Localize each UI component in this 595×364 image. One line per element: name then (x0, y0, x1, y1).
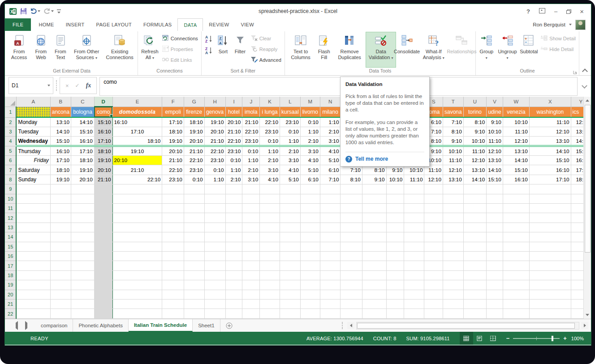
cell-L9[interactable] (280, 184, 300, 194)
row-header-4[interactable]: 4 (5, 137, 16, 146)
cell-I7[interactable]: 1:10 (225, 165, 242, 175)
row-header-16[interactable]: 16 (5, 251, 16, 261)
redo-button[interactable] (43, 8, 54, 14)
cell-G3[interactable]: 19:10 (184, 127, 204, 136)
cell-H8[interactable]: 1:10 (204, 175, 225, 184)
row-header-22[interactable]: 22 (5, 309, 16, 318)
row-header-15[interactable]: 15 (5, 242, 16, 251)
cell-V22[interactable] (487, 309, 503, 318)
cell-D17[interactable] (94, 261, 112, 270)
group-button[interactable]: Group ▾ (477, 32, 496, 67)
cell-V17[interactable] (487, 261, 503, 270)
cell-U5[interactable]: 11:10 (463, 146, 487, 155)
cell-X11[interactable] (529, 204, 571, 213)
flash-fill-button[interactable]: Flash Fill (315, 32, 333, 67)
cell-E20[interactable] (112, 290, 162, 299)
cell-W22[interactable] (503, 309, 529, 318)
cell-S17[interactable] (424, 261, 443, 270)
column-header-I[interactable]: I (225, 97, 242, 107)
name-box[interactable]: D1 (9, 77, 53, 94)
cell-D3[interactable]: 16:10 (94, 127, 112, 136)
cell-A19[interactable] (16, 280, 50, 290)
cell-K3[interactable]: 23:10 (260, 127, 280, 136)
cell-F16[interactable] (162, 251, 184, 261)
cell-F19[interactable] (162, 280, 184, 290)
cell-F20[interactable] (162, 290, 184, 299)
cell-F12[interactable] (162, 213, 184, 223)
cell-R17[interactable] (404, 261, 424, 270)
cell-A8[interactable]: Sunday (16, 175, 50, 184)
cell-D18[interactable] (94, 270, 112, 280)
cell-W2[interactable]: 10:10 (503, 117, 529, 127)
cell-U18[interactable] (463, 270, 487, 280)
cell-P12[interactable] (362, 213, 386, 223)
cell-H10[interactable] (204, 194, 225, 203)
cell-O7[interactable]: 7:10 (341, 165, 362, 175)
row-header-2[interactable]: 2 (5, 117, 16, 127)
cell-A15[interactable] (16, 242, 50, 251)
undo-button[interactable] (30, 8, 40, 14)
cell-B15[interactable] (50, 242, 71, 251)
cell-X18[interactable] (529, 270, 571, 280)
cell-T2[interactable]: 7:10 (443, 117, 464, 127)
existing-connections-button[interactable]: Existing Connections (103, 32, 136, 67)
cell-G2[interactable]: 18:10 (184, 117, 204, 127)
cell-W6[interactable]: 14:10 (503, 156, 529, 165)
minimize-icon[interactable]: – (554, 9, 557, 14)
cell-I14[interactable] (225, 232, 242, 242)
cell-U2[interactable]: 8:10 (463, 117, 487, 127)
cell-R8[interactable]: 11:10 (404, 175, 424, 184)
cell-D20[interactable] (94, 290, 112, 299)
cell-N14[interactable] (320, 232, 341, 242)
cell-B11[interactable] (50, 204, 71, 213)
row-header-7[interactable]: 7 (5, 165, 16, 175)
sort-button[interactable]: ZASort (215, 32, 232, 67)
cell-L8[interactable]: 5:10 (280, 175, 300, 184)
cell-W14[interactable] (503, 232, 529, 242)
column-header-M[interactable]: M (300, 97, 320, 107)
zoom-slider[interactable] (513, 336, 560, 341)
restore-icon[interactable] (566, 9, 571, 14)
cell-A5[interactable]: Thursday (16, 146, 50, 155)
tab-split-handle[interactable] (342, 322, 343, 329)
cell-K5[interactable]: 1:10 (260, 146, 280, 155)
cell-T18[interactable] (443, 270, 464, 280)
new-sheet-button[interactable] (220, 319, 238, 332)
cell-W9[interactable] (503, 184, 529, 194)
sheet-tab-phonetic-alphabets[interactable]: Phonetic Alphabets (73, 319, 128, 332)
cell-N16[interactable] (320, 251, 341, 261)
cell-C20[interactable] (71, 290, 95, 299)
cell-W15[interactable] (503, 242, 529, 251)
confirm-entry-icon[interactable]: ✓ (75, 82, 80, 89)
data-validation-button[interactable]: Data Validation ▾ (366, 32, 396, 67)
cell-M22[interactable] (300, 309, 320, 318)
cell-B21[interactable] (50, 299, 71, 308)
cancel-entry-icon[interactable]: × (65, 82, 69, 89)
cell-P17[interactable] (362, 261, 386, 270)
cell-L7[interactable]: 4:10 (280, 165, 300, 175)
cell-V2[interactable]: 9:10 (487, 117, 503, 127)
cell-J9[interactable] (242, 184, 260, 194)
cell-V21[interactable] (487, 299, 503, 308)
cell-V16[interactable] (487, 251, 503, 261)
cell-K17[interactable] (260, 261, 280, 270)
cell-A7[interactable]: Saturday (16, 165, 50, 175)
cell-L4[interactable]: 1:10 (280, 137, 300, 146)
cell-C16[interactable] (71, 251, 95, 261)
cell-K14[interactable] (260, 232, 280, 242)
cell-G14[interactable] (184, 232, 204, 242)
redo-dropdown-icon[interactable] (51, 10, 54, 12)
cell-Q12[interactable] (386, 213, 404, 223)
cell-S21[interactable] (424, 299, 443, 308)
close-icon[interactable]: × (580, 8, 584, 15)
ribbon-tab-data[interactable]: DATA (177, 18, 203, 31)
cell-M1[interactable]: livorno (300, 107, 320, 117)
cell-H4[interactable]: 21:10 (204, 137, 225, 146)
cell-B13[interactable] (50, 223, 71, 232)
cell-F2[interactable]: 17:10 (162, 117, 184, 127)
cell-U6[interactable]: 12:10 (463, 156, 487, 165)
column-header-J[interactable]: J (242, 97, 260, 107)
row-header-13[interactable]: 13 (5, 223, 16, 232)
row-header-17[interactable]: 17 (5, 261, 16, 270)
cell-B4[interactable]: 15:10 (50, 137, 71, 146)
